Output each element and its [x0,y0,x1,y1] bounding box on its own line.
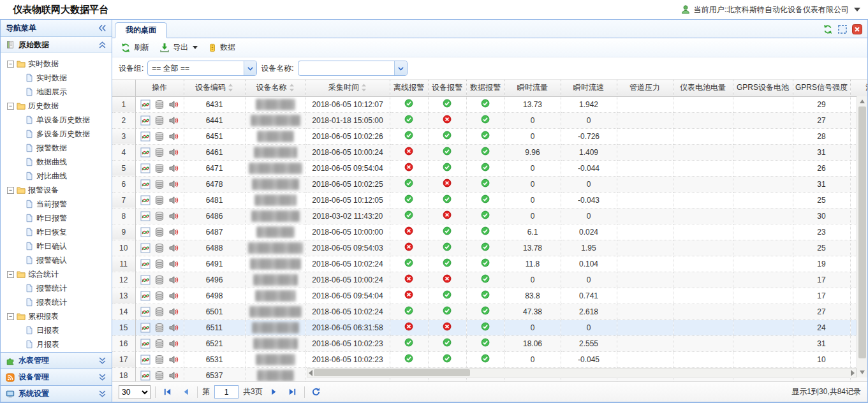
alarm-sound-button[interactable] [168,339,179,349]
maximize-icon[interactable] [837,24,848,34]
table-row-7[interactable]: 764812018-06-05 10:12:050-0.04325 [112,192,867,208]
page-number-input[interactable] [214,385,239,399]
view-data-button[interactable] [154,275,165,285]
column-header-数据报警[interactable]: 数据报警 [466,80,504,96]
column-header-设备编码[interactable]: 设备编码 [184,80,245,96]
view-chart-button[interactable] [140,211,151,221]
view-data-button[interactable] [154,259,165,269]
collapse-sidebar-icon[interactable] [98,24,107,33]
column-header-流[interactable]: 流 [850,80,867,96]
tree-folder-历史数据[interactable]: −历史数据 [7,99,109,113]
sort-icon[interactable] [361,84,367,92]
alarm-sound-button[interactable] [168,355,179,365]
table-row-2[interactable]: 264412018-01-18 15:05:000027 [112,112,867,128]
tree-item-当前报警[interactable]: 当前报警 [7,197,109,211]
tree-item-多设备历史数据[interactable]: 多设备历史数据 [7,127,109,141]
expand-panel-icon[interactable] [98,373,107,381]
tree-folder-报警设备[interactable]: −报警设备 [7,183,109,197]
view-data-button[interactable] [154,163,165,173]
alarm-sound-button[interactable] [168,259,179,269]
column-header-瞬时流速[interactable]: 瞬时流速 [561,80,617,96]
view-chart-button[interactable] [140,370,151,381]
view-data-button[interactable] [154,115,165,126]
collapse-node-icon[interactable]: − [7,103,14,110]
collapse-node-icon[interactable]: − [7,61,14,68]
collapse-node-icon[interactable]: − [7,187,14,194]
alarm-sound-button[interactable] [168,275,179,285]
tree-folder-综合统计[interactable]: −综合统计 [7,267,109,281]
view-data-button[interactable] [154,147,165,158]
view-data-button[interactable] [154,99,165,110]
user-menu-caret-icon[interactable] [854,8,860,11]
expand-panel-icon[interactable] [98,356,107,365]
scroll-right-icon[interactable] [851,370,855,376]
tree-folder-实时数据[interactable]: −实时数据 [7,57,109,71]
column-header-设备名称[interactable]: 设备名称 [245,80,305,96]
raw-data-panel-header[interactable]: 原始数据 [1,37,112,53]
view-data-button[interactable] [154,370,165,381]
alarm-sound-button[interactable] [168,99,179,110]
sort-icon[interactable] [228,84,233,92]
view-chart-button[interactable] [140,195,151,205]
view-data-button[interactable] [154,355,165,365]
accordion-水表管理[interactable]: 水表管理 [1,352,112,369]
view-chart-button[interactable] [140,99,151,110]
first-page-button[interactable] [160,385,174,399]
tree-item-报警数据[interactable]: 报警数据 [7,141,109,155]
tree-item-日报表[interactable]: 日报表 [7,323,109,337]
view-chart-button[interactable] [140,259,151,269]
table-row-12[interactable]: 1264962018-06-05 10:00:240017 [112,272,867,288]
table-row-15[interactable]: 1565112018-06-05 06:31:580024 [112,319,867,335]
reload-button[interactable] [309,385,323,399]
alarm-sound-button[interactable] [168,323,179,333]
close-icon[interactable] [852,24,862,34]
page-size-select[interactable]: 30 [119,385,151,399]
alarm-sound-button[interactable] [168,115,179,126]
table-row-9[interactable]: 964872018-06-05 10:00:006.10.02423 [112,224,867,240]
collapse-node-icon[interactable]: − [7,271,14,278]
tree-item-报表统计[interactable]: 报表统计 [7,295,109,309]
view-chart-button[interactable] [140,307,151,317]
column-header-离线报警[interactable]: 离线报警 [390,80,428,96]
tree-item-昨日恢复[interactable]: 昨日恢复 [7,225,109,239]
view-data-button[interactable] [154,307,165,317]
view-data-button[interactable] [154,195,165,205]
scroll-left-icon[interactable] [309,370,313,376]
alarm-sound-button[interactable] [168,195,179,205]
view-chart-button[interactable] [140,115,151,126]
column-header-GPRS设备电池[interactable]: GPRS设备电池 [733,80,793,96]
column-header-仪表电池电量[interactable]: 仪表电池电量 [673,80,733,96]
view-chart-button[interactable] [140,243,151,253]
view-chart-button[interactable] [140,275,151,285]
alarm-sound-button[interactable] [168,291,179,301]
tree-item-单设备历史数据[interactable]: 单设备历史数据 [7,113,109,127]
alarm-sound-button[interactable] [168,211,179,221]
tree-item-实时数据[interactable]: 实时数据 [7,71,109,85]
table-row-3[interactable]: 364512018-06-05 10:02:260-0.72628 [112,128,867,144]
alarm-sound-button[interactable] [168,307,179,317]
view-chart-button[interactable] [140,147,151,158]
alarm-sound-button[interactable] [168,179,179,189]
table-row-13[interactable]: 1364982018-06-05 09:54:0483.80.74117 [112,288,867,304]
view-chart-button[interactable] [140,227,151,237]
vertical-scrollbar[interactable] [857,96,867,377]
horizontal-scroll-thumb[interactable] [314,369,470,376]
view-data-button[interactable] [154,179,165,189]
alarm-sound-button[interactable] [168,163,179,173]
refresh-panel-icon[interactable] [823,24,833,34]
table-row-10[interactable]: 1064882018-06-05 09:54:0313.781.9525 [112,240,867,256]
device-name-dropdown-button[interactable] [394,61,407,75]
table-row-4[interactable]: 464612018-06-05 10:00:249.961.40931 [112,144,867,160]
tree-item-地图展示[interactable]: 地图展示 [7,85,109,99]
tree-item-月报表[interactable]: 月报表 [7,337,109,351]
refresh-button[interactable]: 刷新 [116,40,154,55]
table-row-11[interactable]: 1164912018-06-05 10:02:2411.80.10419 [112,256,867,272]
scroll-up-icon[interactable] [860,99,865,103]
tree-item-对比曲线[interactable]: 对比曲线 [7,169,109,183]
tab-my-desktop[interactable]: 我的桌面 [115,22,167,38]
view-data-button[interactable] [154,323,165,333]
view-chart-button[interactable] [140,323,151,333]
alarm-sound-button[interactable] [168,243,179,253]
tree-item-报警确认[interactable]: 报警确认 [7,253,109,267]
device-group-select[interactable]: == 全部 == [147,61,257,76]
